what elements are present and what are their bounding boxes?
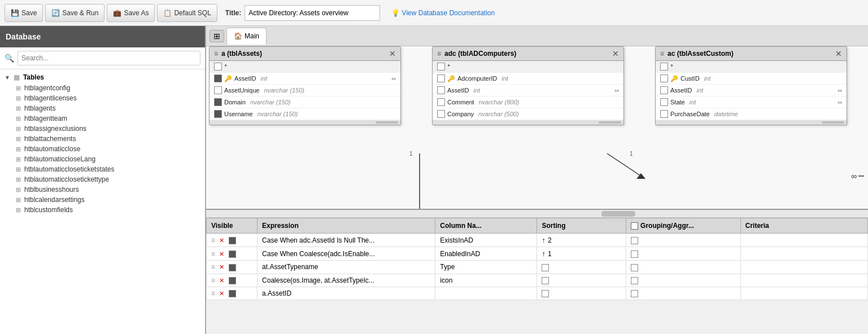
grid-col-0[interactable]: Visible bbox=[207, 218, 258, 234]
sidebar-item-htblautomaticcloseticketstates[interactable]: ⊞htblautomaticcloseticketstates bbox=[0, 164, 205, 174]
sidebar-item-htblattachements[interactable]: ⊞htblattachements bbox=[0, 134, 205, 144]
column-name-value: ExistsInAD bbox=[440, 236, 473, 244]
field-checkbox[interactable] bbox=[214, 86, 222, 94]
search-input[interactable] bbox=[18, 51, 200, 65]
view-docs-link[interactable]: 💡 View Database Documentation bbox=[391, 9, 495, 17]
delete-btn[interactable]: ✕ bbox=[219, 263, 224, 270]
table-card-ac[interactable]: ≡ ac (tblAssetCustom) ✕ *🔑CustIDintAsset… bbox=[655, 46, 847, 125]
field-checkbox[interactable] bbox=[660, 110, 668, 118]
delete-btn[interactable]: ✕ bbox=[219, 290, 224, 297]
tables-group[interactable]: ▼ ▦ Tables bbox=[0, 72, 205, 83]
drag-handle[interactable]: ≡ bbox=[211, 250, 215, 258]
table-card-scroll-indicator[interactable] bbox=[433, 120, 623, 125]
sort-checkbox[interactable] bbox=[542, 264, 549, 271]
sidebar-item-htblagentlicenses[interactable]: ⊞htblagentlicenses bbox=[0, 93, 205, 103]
field-checkbox[interactable] bbox=[214, 98, 222, 106]
field-checkbox[interactable] bbox=[660, 98, 668, 106]
scroll-thumb[interactable] bbox=[822, 121, 844, 124]
grid-col-5[interactable]: Criteria bbox=[740, 218, 867, 234]
save-button[interactable]: 💾 Save bbox=[5, 4, 43, 22]
table-title: adc (tblADComputers) bbox=[444, 50, 516, 58]
visible-checkbox[interactable] bbox=[229, 290, 236, 297]
grid-cell-criteria-1[interactable] bbox=[740, 247, 867, 261]
drag-handle[interactable]: ≡ bbox=[211, 276, 215, 284]
sort-checkbox[interactable] bbox=[542, 277, 549, 284]
grid-col-2[interactable]: Column Na... bbox=[435, 218, 537, 234]
h-scroll-bar[interactable] bbox=[206, 210, 868, 218]
grouping-checkbox[interactable] bbox=[631, 264, 638, 271]
table-card-close-a[interactable]: ✕ bbox=[389, 49, 396, 58]
grid-cell-grouping-1 bbox=[626, 247, 741, 261]
field-checkbox[interactable] bbox=[660, 74, 668, 82]
sidebar-item-label: htblautomaticclose bbox=[24, 145, 80, 153]
field-checkbox[interactable] bbox=[660, 86, 668, 94]
grid-cell-criteria-4[interactable] bbox=[740, 287, 867, 300]
table-menu-icon[interactable]: ≡ bbox=[214, 50, 218, 58]
sidebar-item-htblagentteam[interactable]: ⊞htblagentteam bbox=[0, 113, 205, 124]
sidebar-item-htblagentconfig[interactable]: ⊞htblagentconfig bbox=[0, 83, 205, 93]
scroll-thumb[interactable] bbox=[599, 121, 621, 124]
grouping-checkbox[interactable] bbox=[631, 277, 638, 284]
sidebar-item-htblautomaticcloseLang[interactable]: ⊞htblautomaticcloseLang bbox=[0, 154, 205, 164]
delete-btn[interactable]: ✕ bbox=[219, 237, 224, 244]
sidebar-item-htblautomaticclosetickettype[interactable]: ⊞htblautomaticclosetickettype bbox=[0, 174, 205, 184]
field-checkbox[interactable] bbox=[437, 110, 445, 118]
field-checkbox[interactable] bbox=[437, 63, 445, 71]
field-checkbox[interactable] bbox=[437, 98, 445, 106]
grouping-checkbox[interactable] bbox=[631, 250, 638, 258]
sidebar-item-htblbusinesshours[interactable]: ⊞htblbusinesshours bbox=[0, 184, 205, 195]
field-checkbox[interactable] bbox=[437, 74, 445, 82]
grid-cell-colname-3: icon bbox=[435, 274, 537, 287]
table-card-scroll-indicator[interactable] bbox=[210, 120, 400, 125]
title-input[interactable] bbox=[245, 5, 380, 21]
sidebar-item-htblassignexclusions[interactable]: ⊞htblassignexclusions bbox=[0, 124, 205, 134]
delete-btn[interactable]: ✕ bbox=[219, 277, 224, 284]
grid-col-4[interactable]: Grouping/Aggr... bbox=[626, 218, 741, 234]
grid-cell-colname-0: ExistsInAD bbox=[435, 234, 537, 247]
delete-btn[interactable]: ✕ bbox=[219, 250, 224, 257]
field-checkbox[interactable] bbox=[214, 110, 222, 118]
grid-col-3[interactable]: Sorting bbox=[537, 218, 626, 234]
grouping-checkbox[interactable] bbox=[631, 237, 638, 244]
tab-main[interactable]: 🏠 Main bbox=[226, 28, 267, 45]
table-menu-icon[interactable]: ≡ bbox=[437, 50, 441, 58]
table-card-close-ac[interactable]: ✕ bbox=[835, 49, 842, 58]
field-checkbox[interactable] bbox=[660, 63, 668, 71]
sidebar-item-htblcustomfields[interactable]: ⊞htblcustomfields bbox=[0, 205, 205, 215]
sidebar-item-htblautomaticclose[interactable]: ⊞htblautomaticclose bbox=[0, 144, 205, 154]
field-type: datetime bbox=[714, 111, 738, 117]
grid-cell-criteria-3[interactable] bbox=[740, 274, 867, 287]
table-menu-icon[interactable]: ≡ bbox=[660, 50, 664, 58]
save-as-button[interactable]: 💼 Save As bbox=[107, 4, 155, 22]
scroll-thumb[interactable] bbox=[376, 121, 398, 124]
field-checkbox[interactable] bbox=[214, 63, 222, 71]
tab-grid-button[interactable]: ⊞ bbox=[210, 30, 224, 42]
default-sql-button[interactable]: 📋 Default SQL bbox=[157, 4, 217, 22]
grid-col-1[interactable]: Expression bbox=[258, 218, 435, 234]
sidebar-item-htblagents[interactable]: ⊞htblagents bbox=[0, 103, 205, 113]
sort-checkbox[interactable] bbox=[542, 290, 549, 297]
visible-checkbox[interactable] bbox=[229, 277, 236, 284]
diagram-area[interactable]: 1 1 ∞ ∞ ≡ a (tblAssets) ✕ *🔑AssetIDint⇔A… bbox=[206, 46, 868, 210]
table-card-a[interactable]: ≡ a (tblAssets) ✕ *🔑AssetIDint⇔AssetUniq… bbox=[209, 46, 401, 125]
drag-handle[interactable]: ≡ bbox=[211, 263, 215, 271]
h-scroll-thumb[interactable] bbox=[601, 211, 635, 217]
drag-handle[interactable]: ≡ bbox=[211, 289, 215, 297]
grouping-col-checkbox[interactable] bbox=[631, 222, 638, 230]
table-card-scroll-indicator[interactable] bbox=[656, 120, 847, 125]
visible-checkbox[interactable] bbox=[229, 264, 236, 271]
grid-cell-criteria-0[interactable] bbox=[740, 234, 867, 247]
field-checkbox[interactable] bbox=[437, 86, 445, 94]
grouping-checkbox[interactable] bbox=[631, 290, 638, 297]
sidebar-item-htblcalendarsettings[interactable]: ⊞htblcalendarsettings bbox=[0, 195, 205, 205]
drag-handle[interactable]: ≡ bbox=[211, 236, 215, 244]
save-run-button[interactable]: 🔄 Save & Run bbox=[45, 4, 104, 22]
field-checkbox[interactable] bbox=[214, 74, 222, 82]
table-card-close-adc[interactable]: ✕ bbox=[612, 49, 619, 58]
sidebar: Database 🔍 ▼ ▦ Tables ⊞htblagentconfig⊞h… bbox=[0, 26, 206, 334]
table-card-adc[interactable]: ≡ adc (tblADComputers) ✕ *🔑AdcomputerIDi… bbox=[432, 46, 624, 125]
visible-checkbox[interactable] bbox=[229, 237, 236, 244]
grid-area: VisibleExpressionColumn Na...SortingGrou… bbox=[206, 218, 868, 334]
visible-checkbox[interactable] bbox=[229, 250, 236, 258]
grid-cell-criteria-2[interactable] bbox=[740, 261, 867, 274]
